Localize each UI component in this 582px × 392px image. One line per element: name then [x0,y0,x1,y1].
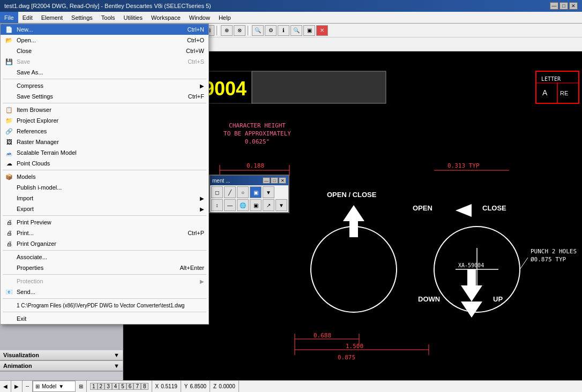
menu-exit[interactable]: Exit [1,313,208,324]
model-selector[interactable]: ⊞ Model ▼ [33,381,76,392]
menu-printorganizer[interactable]: 🖨 Print Organizer [1,238,208,249]
nav-back-button[interactable]: ◀ [3,383,8,389]
ft-arrow-button[interactable]: ▼ [263,186,274,198]
visualization-header[interactable]: Visualization ▼ [0,350,123,360]
animation-header[interactable]: Animation ▼ [0,361,123,371]
ft-line-button[interactable]: ╱ [224,186,236,198]
menu-utilities[interactable]: Utilities [120,12,147,23]
ft-expand-button[interactable]: ↗ [263,199,274,211]
menu-send[interactable]: 📧 Send... [1,287,208,297]
menu-recentfile[interactable]: 1 C:\Program Files (x86)\VeryPDF DWG to … [1,300,208,311]
compress-label: Compress [17,82,43,89]
svg-text:CLOSE: CLOSE [482,204,506,212]
ft-fill-button[interactable]: ▣ [250,199,262,211]
menu-import[interactable]: Import ▶ [1,193,208,203]
separator-4 [217,26,219,35]
menu-new[interactable]: 📄 New... Ctrl+N [1,24,208,35]
view-tab-4[interactable]: 4 [112,383,120,390]
menu-printpreview[interactable]: 🖨 Print Preview [1,217,208,228]
view-tab-5[interactable]: 5 [119,383,126,390]
exit-icon [5,314,13,323]
associate-label: Associate... [17,254,47,260]
menu-compress[interactable]: Compress ▶ [1,80,208,91]
maximize-button[interactable]: □ [559,2,568,10]
float-restore[interactable]: □ [271,177,278,184]
svg-text:0.875: 0.875 [338,354,355,361]
nav-fwd-button[interactable]: ▶ [14,383,19,389]
float-title-text: ment ... [212,178,230,184]
printpreview-icon: 🖨 [5,218,13,227]
view-tab-2[interactable]: 2 [98,383,105,390]
ft-globe-button[interactable]: 🌐 [237,199,249,211]
menu-projectexplorer[interactable]: 📁 Project Explorer [1,115,208,126]
menu-edit[interactable]: Edit [18,12,37,23]
tool10-button[interactable]: ⊕ [221,25,233,36]
menu-file[interactable]: File [0,12,18,23]
menu-savesettings[interactable]: Save Settings Ctrl+F [1,91,208,102]
menu-print[interactable]: 🖨 Print... Ctrl+P [1,228,208,238]
svg-text:DOWN: DOWN [418,295,440,303]
menu-saveas[interactable]: Save As... [1,67,208,78]
y-coord-section: Y 6.8500 [181,381,210,392]
menu-save[interactable]: 💾 Save Ctrl+S [1,56,208,67]
view-tab-1[interactable]: 1 [90,383,98,390]
printorg-icon: 🖨 [5,239,13,248]
send-icon: 📧 [5,288,13,296]
ft-more-button[interactable]: ▼ [275,199,287,211]
tool11-button[interactable]: ⊗ [234,25,245,36]
close-toolbar-button[interactable]: ✕ [316,25,328,36]
menu-settings[interactable]: Settings [67,12,97,23]
view-tab-8[interactable]: 8 [141,383,148,390]
open-icon: 📂 [5,36,13,44]
ft-rect-button[interactable]: ◻ [211,186,223,198]
properties-shortcut: Alt+Enter [180,265,204,271]
savesettings-shortcut: Ctrl+F [188,93,204,100]
ft-select-button[interactable]: ▣ [250,186,262,198]
ft-circle-button[interactable]: ○ [237,186,249,198]
z-coord-section: Z 0.0000 [210,381,239,392]
float-close[interactable]: ✕ [279,177,286,184]
itembrowser-icon: 📋 [5,105,13,114]
model-dropdown-arrow: ▼ [58,383,64,389]
menu-element[interactable]: Element [37,12,67,23]
view-tab-7[interactable]: 7 [133,383,141,390]
menu-publish[interactable]: Publish i-model... [1,182,208,193]
search-button[interactable]: 🔍 [290,25,302,36]
svg-text:OPEN: OPEN [413,204,432,212]
menu-terrain[interactable]: 🗻 Scalable Terrain Model [1,147,208,158]
menu-protection[interactable]: Protection ▶ [1,276,208,287]
menu-tools[interactable]: Tools [97,12,120,23]
file-dropdown-menu: 📄 New... Ctrl+N 📂 Open... Ctrl+O Close C… [0,24,209,325]
nav-track-section: ╌ [23,381,33,392]
menu-export[interactable]: Export ▶ [1,203,208,214]
ft-move-button[interactable]: ↕ [211,199,223,211]
menu-workspace[interactable]: Workspace [147,12,185,23]
view-button[interactable]: ▣ [303,25,315,36]
close-button[interactable]: ✕ [569,2,578,10]
float-minimize[interactable]: — [263,177,270,184]
view-tab-6[interactable]: 6 [126,383,134,390]
view-tab-3[interactable]: 3 [105,383,112,390]
ft-horiz-button[interactable]: — [224,199,236,211]
menu-help[interactable]: Help [214,12,235,23]
float-toolbar: ◻ ╱ ○ ▣ ▼ ↕ — 🌐 ▣ ↗ ▼ [210,185,288,212]
menu-models[interactable]: 📦 Models [1,171,208,182]
settings-button[interactable]: ⚙ [265,25,277,36]
save-label: Save [17,58,30,65]
menu-references[interactable]: 🔗 References [1,126,208,137]
savesettings-icon [5,92,13,101]
menu-close[interactable]: Close Ctrl+W [1,46,208,56]
terrain-label: Scalable Terrain Model [17,149,77,156]
info-button[interactable]: ℹ [278,25,289,36]
menu-window[interactable]: Window [185,12,214,23]
menu-itembrowser[interactable]: 📋 Item Browser [1,104,208,115]
menu-rastermgr[interactable]: 🖼 Raster Manager [1,137,208,147]
zoom-button[interactable]: 🔍 [252,25,264,36]
minimize-button[interactable]: — [550,2,558,10]
menu-associate[interactable]: Associate... [1,252,208,262]
menu-pointclouds[interactable]: ☁ Point Clouds [1,158,208,169]
svg-rect-2 [252,71,386,103]
menu-open[interactable]: 📂 Open... Ctrl+O [1,35,208,46]
import-icon [5,194,13,202]
menu-properties[interactable]: Properties Alt+Enter [1,262,208,273]
